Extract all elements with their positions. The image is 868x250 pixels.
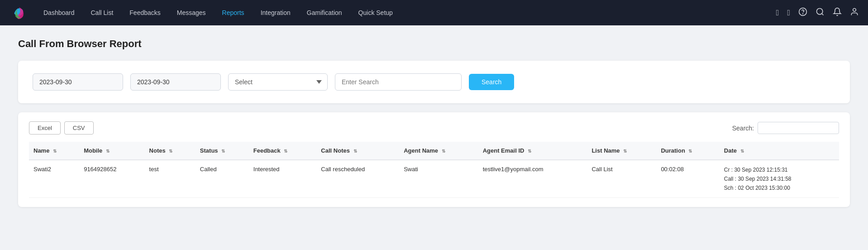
filter-card: Select Search <box>18 61 850 103</box>
col-feedback[interactable]: Feedback ⇅ <box>249 142 317 160</box>
sort-callnotes-icon: ⇅ <box>353 149 357 154</box>
table-row: Swati29164928652testCalledInterestedCall… <box>29 160 839 198</box>
nav-link-integration[interactable]: Integration <box>253 5 298 20</box>
sort-agentname-icon: ⇅ <box>442 149 445 154</box>
table-search-input[interactable] <box>758 122 839 134</box>
date-to-input[interactable] <box>130 73 221 91</box>
sort-status-icon: ⇅ <box>221 149 225 154</box>
help-circle-icon[interactable] <box>798 7 807 19</box>
status-select[interactable]: Select <box>228 73 328 91</box>
col-agent-email[interactable]: Agent Email ID ⇅ <box>478 142 587 160</box>
table-body: Swati29164928652testCalledInterestedCall… <box>29 160 839 198</box>
sort-agentemail-icon: ⇅ <box>528 149 531 154</box>
nav-icons:   <box>776 7 859 19</box>
col-mobile[interactable]: Mobile ⇅ <box>79 142 144 160</box>
col-date[interactable]: Date ⇅ <box>720 142 839 160</box>
sort-duration-icon: ⇅ <box>688 149 692 154</box>
sort-mobile-icon: ⇅ <box>106 149 110 154</box>
excel-button[interactable]: Excel <box>29 121 61 135</box>
nav-link-messages[interactable]: Messages <box>170 5 213 20</box>
sort-notes-icon: ⇅ <box>169 149 172 154</box>
col-duration[interactable]: Duration ⇅ <box>656 142 719 160</box>
sort-listname-icon: ⇅ <box>623 149 627 154</box>
svg-point-2 <box>803 13 803 14</box>
csv-button[interactable]: CSV <box>64 121 94 135</box>
date-from-input[interactable] <box>33 73 123 91</box>
table-card: Excel CSV Search: Name ⇅ Mobile ⇅ Notes … <box>18 112 850 207</box>
page-title: Call From Browser Report <box>18 38 850 50</box>
search-button[interactable]: Search <box>469 74 514 90</box>
svg-point-4 <box>853 8 856 11</box>
svg-point-3 <box>817 8 823 14</box>
nav-link-call-list[interactable]: Call List <box>84 5 121 20</box>
android-icon[interactable]:  <box>776 8 779 18</box>
sort-name-icon: ⇅ <box>53 149 57 154</box>
data-table: Name ⇅ Mobile ⇅ Notes ⇅ Status ⇅ Feedbac… <box>29 142 839 198</box>
table-head: Name ⇅ Mobile ⇅ Notes ⇅ Status ⇅ Feedbac… <box>29 142 839 160</box>
table-search-label: Search: <box>732 125 754 132</box>
bell-icon[interactable] <box>833 7 842 19</box>
apple-icon[interactable]:  <box>787 8 790 18</box>
user-icon[interactable] <box>850 7 859 19</box>
col-notes[interactable]: Notes ⇅ <box>145 142 196 160</box>
export-buttons: Excel CSV <box>29 121 94 135</box>
search-input[interactable] <box>335 73 462 91</box>
table-search-group: Search: <box>732 122 839 134</box>
logo <box>9 3 29 23</box>
nav-link-quick-setup[interactable]: Quick Setup <box>351 5 400 20</box>
sort-feedback-icon: ⇅ <box>284 149 287 154</box>
col-call-notes[interactable]: Call Notes ⇅ <box>316 142 399 160</box>
navbar: DashboardCall ListFeedbacksMessagesRepor… <box>0 0 868 25</box>
col-agent-name[interactable]: Agent Name ⇅ <box>399 142 478 160</box>
table-toolbar: Excel CSV Search: <box>29 121 839 135</box>
col-status[interactable]: Status ⇅ <box>196 142 249 160</box>
search-nav-icon[interactable] <box>816 7 825 19</box>
nav-link-feedbacks[interactable]: Feedbacks <box>122 5 167 20</box>
col-list-name[interactable]: List Name ⇅ <box>587 142 656 160</box>
nav-link-dashboard[interactable]: Dashboard <box>36 5 82 20</box>
nav-link-reports[interactable]: Reports <box>215 5 252 20</box>
sort-date-icon: ⇅ <box>740 149 744 154</box>
nav-link-gamification[interactable]: Gamification <box>300 5 349 20</box>
col-name[interactable]: Name ⇅ <box>29 142 79 160</box>
nav-links: DashboardCall ListFeedbacksMessagesRepor… <box>36 5 776 20</box>
